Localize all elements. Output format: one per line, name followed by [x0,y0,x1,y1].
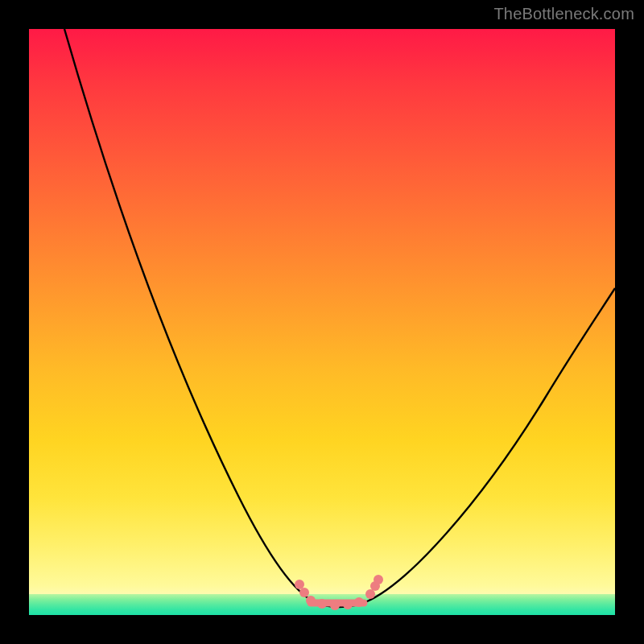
bottleneck-curve-left [64,29,315,602]
balanced-marker-dot [306,596,316,605]
plot-area [29,29,615,615]
balanced-marker-dot [299,588,309,597]
chart-frame: TheBottleneck.com [0,0,644,644]
balanced-marker-dot [295,580,304,589]
balanced-marker-dot [365,589,375,599]
bottleneck-curve-right [365,288,615,602]
bottleneck-curve-svg [29,29,615,615]
balanced-marker-dot [343,600,353,609]
balanced-marker-dot [354,597,364,607]
balanced-marker-dot [330,601,340,610]
balanced-marker-dot [374,575,383,584]
balanced-marker-dot [317,599,327,609]
watermark-label: TheBottleneck.com [493,5,634,23]
